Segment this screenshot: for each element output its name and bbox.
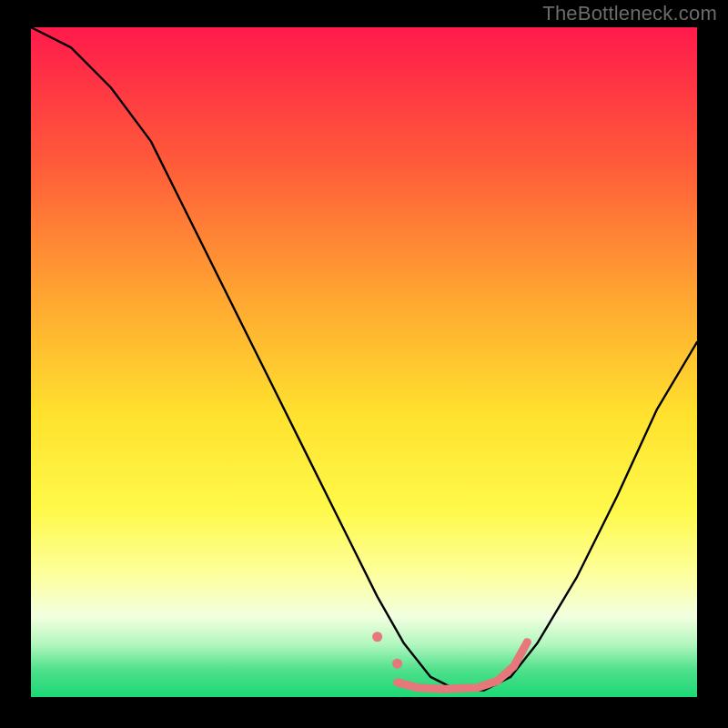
highlight-dot [372,632,382,642]
plot-area [31,27,697,697]
chart-frame: TheBottleneck.com [0,0,728,728]
watermark-text: TheBottleneck.com [542,2,717,25]
chart-svg [31,27,697,697]
highlight-dot [392,659,402,669]
gradient-background [31,27,697,697]
